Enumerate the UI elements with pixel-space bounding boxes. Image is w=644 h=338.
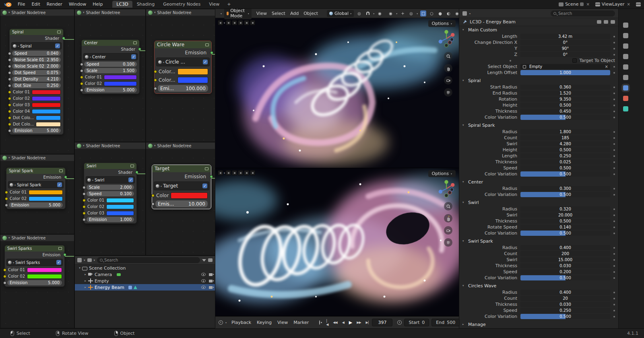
node-input-row[interactable]: Color 03	[87, 210, 134, 216]
node-input-row[interactable]: Emis... 10.000	[155, 200, 208, 207]
menu-item[interactable]: File	[14, 1, 28, 8]
color-swatch[interactable]	[36, 115, 61, 120]
input-socket[interactable]	[3, 275, 6, 278]
animate-dot-icon[interactable]	[613, 271, 615, 273]
color-swatch[interactable]	[29, 190, 63, 195]
animate-dot-icon[interactable]	[613, 48, 615, 49]
outliner-item[interactable]: ▸ Energy Beam	[75, 284, 215, 291]
3d-viewport-top[interactable]: ▾ Options ▾	[215, 18, 459, 168]
input-widget[interactable]: Emission 1.000	[87, 217, 134, 222]
section-header[interactable]: ▾ Circles Wave	[459, 282, 618, 289]
editor-type-icon[interactable]	[77, 10, 81, 15]
current-frame-field[interactable]: 397	[372, 319, 392, 326]
editor-icon[interactable]	[218, 20, 223, 25]
input-widget[interactable]: Color 01	[84, 74, 103, 80]
shading-wireframe-icon[interactable]: ○	[429, 10, 435, 16]
node-input-row[interactable]: Color...	[158, 68, 208, 75]
input-socket[interactable]	[83, 192, 86, 196]
node-input-row[interactable]: Noise Scale 02 2.000	[12, 64, 61, 69]
node-input-row[interactable]: Emission 5.000	[12, 128, 61, 133]
input-socket[interactable]	[8, 84, 11, 87]
input-socket[interactable]	[5, 191, 8, 194]
animate-dot-icon[interactable]	[613, 155, 615, 157]
editor-type-icon[interactable]	[2, 236, 7, 240]
toggle-icon[interactable]	[226, 20, 231, 25]
fake-user-checkbox[interactable]: ✓	[56, 260, 61, 265]
input-widget[interactable]: Dot Colo...	[12, 122, 35, 127]
jump-to-start-button[interactable]: |◀	[325, 318, 329, 327]
animate-dot-icon[interactable]	[613, 233, 615, 234]
property-field[interactable]: 1.000 ×	[520, 70, 610, 75]
expand-arrow-icon[interactable]: ▸	[83, 273, 88, 276]
animate-dot-icon[interactable]	[613, 310, 615, 311]
color-swatch[interactable]	[106, 204, 134, 209]
node-group-selector[interactable]: ▾ Target ✓	[154, 181, 209, 190]
color-swatch[interactable]	[27, 268, 62, 272]
property-field[interactable]: 90° ×	[520, 46, 610, 51]
toggle-icon[interactable]	[232, 170, 237, 175]
blender-logo[interactable]	[3, 1, 12, 8]
viewport-menu-item[interactable]: Select	[269, 10, 288, 17]
node-preview-icon[interactable]	[58, 247, 62, 250]
animate-dot-icon[interactable]	[613, 221, 615, 222]
animate-dot-icon[interactable]	[613, 208, 615, 210]
node-input-row[interactable]: Noise Scale 01 2.950	[12, 57, 61, 62]
node-input-row[interactable]: Color 01	[9, 190, 63, 195]
property-field[interactable]: 0.025 ×	[520, 159, 610, 165]
property-field[interactable]: 20 ×	[520, 296, 610, 301]
navigation-gizmo[interactable]	[437, 179, 456, 198]
properties-tab-icon[interactable]	[623, 85, 628, 91]
animate-dot-icon[interactable]	[613, 253, 615, 255]
animate-dot-icon[interactable]	[510, 60, 511, 62]
input-widget[interactable]: Noise Scale 01 2.950	[12, 57, 61, 62]
properties-tab-icon[interactable]	[623, 54, 628, 59]
workspace-tab[interactable]: View	[205, 1, 223, 8]
animate-dot-icon[interactable]	[613, 117, 615, 118]
properties-tab-icon[interactable]	[623, 64, 628, 70]
viewport-menu-item[interactable]: View	[254, 10, 269, 17]
color-swatch[interactable]	[32, 103, 61, 107]
gizmos-icon[interactable]: +	[400, 10, 406, 16]
input-widget[interactable]: Color 02	[7, 274, 26, 279]
input-socket[interactable]	[83, 212, 86, 215]
animate-dot-icon[interactable]	[613, 227, 615, 228]
fake-user-checkbox[interactable]: ✓	[202, 183, 207, 188]
property-field[interactable]: 0.500 ×	[520, 115, 610, 120]
node-preview-icon[interactable]	[57, 31, 61, 33]
use-preview-range-icon[interactable]	[397, 320, 402, 325]
input-widget[interactable]: Emis... 10.000	[155, 200, 208, 207]
close-icon[interactable]	[611, 20, 615, 24]
node-header[interactable]: Circle Ware	[155, 41, 211, 48]
input-socket[interactable]	[154, 70, 157, 73]
node-input-row[interactable]: Scale 1.500	[84, 68, 137, 73]
input-socket[interactable]	[8, 52, 11, 55]
input-widget[interactable]: Color 02	[87, 204, 105, 209]
input-widget[interactable]: Color 01	[12, 89, 31, 95]
properties-tab-icon[interactable]	[623, 75, 628, 80]
input-widget[interactable]: Dot Colo...	[12, 115, 35, 120]
viewport-menu-item[interactable]: Object	[301, 10, 320, 17]
node-input-row[interactable]: Dot Colo...	[12, 122, 61, 127]
node-header[interactable]: Spiral	[10, 29, 63, 35]
node-input-row[interactable]: Color 04	[12, 109, 61, 114]
node-input-row[interactable]: Color 02	[9, 196, 63, 201]
section-header[interactable]: ▾ Center	[459, 178, 618, 185]
property-field[interactable]: 0.450 ×	[520, 109, 610, 114]
outliner-item[interactable]: ▸ Empty	[75, 278, 215, 284]
color-swatch[interactable]	[104, 75, 137, 80]
input-widget[interactable]: Emi... 100.000	[158, 85, 208, 92]
input-socket[interactable]	[8, 129, 11, 132]
checkbox[interactable]	[572, 58, 577, 63]
input-widget[interactable]: Color	[155, 192, 169, 199]
input-widget[interactable]: Color 03	[87, 210, 105, 216]
property-field[interactable]: 0.500 ×	[520, 165, 610, 171]
shading-rendered-icon[interactable]: ◉	[454, 10, 460, 16]
3d-viewport-bottom[interactable]: ▾ Options ▾	[215, 168, 459, 316]
input-widget[interactable]: Color 01	[7, 267, 26, 272]
node-input-row[interactable]: Emission 5.000	[9, 202, 63, 208]
property-field[interactable]: 0.030 ×	[520, 263, 610, 268]
input-socket[interactable]	[8, 110, 11, 113]
disable-render-icon[interactable]	[209, 280, 213, 282]
section-header[interactable]: ▾ Swirl Spark	[459, 237, 618, 245]
color-swatch[interactable]	[29, 196, 63, 201]
